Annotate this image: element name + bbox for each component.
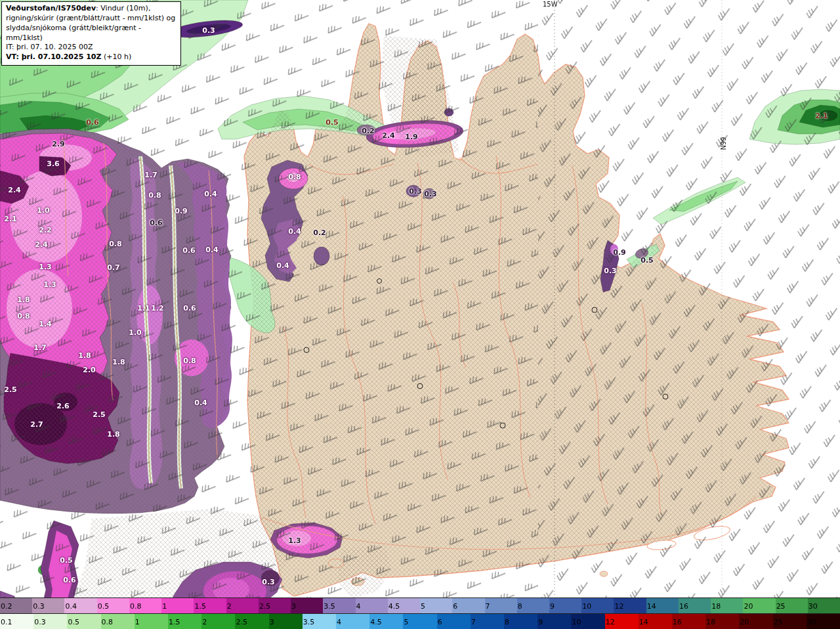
colorbar-tick-label: 1.5 [194,601,206,610]
colorbar-tick-label: 4.5 [370,617,382,626]
product-name: Veðurstofan/IS750dev [6,4,96,12]
colorbar-tick-label: 0.3 [34,617,46,626]
colorbar-tick-label: 3.5 [303,617,315,626]
colorbar-segment: 4 [356,598,388,613]
colorbar-segment: 1.5 [194,598,226,613]
valid-time: VT: þri. 07.10.2025 10Z (+10 h) [6,53,177,62]
colorbar-tick-label: 14 [639,617,648,626]
colorbar-tick-label: 0.2 [1,601,12,610]
colorbar-tick-label: 30 [808,601,818,610]
colorbar-segment: 16 [672,614,705,629]
colorbar-segment: 2 [226,598,259,613]
weather-map-svg [0,0,840,597]
colorbar-segment: 25 [776,598,808,613]
wind-barb-field [0,0,840,597]
colorbar-segment: 20 [739,614,772,629]
colorbar-tick-label: 20 [740,617,749,626]
colorbar-segment: 4 [336,614,369,629]
colorbar-segment: 0.3 [33,614,67,629]
colorbar-segment: 1.5 [168,614,201,629]
colorbar-segment: 20 [743,598,775,613]
colorbar-tick-label: 1 [135,617,140,626]
colorbar-segment: 7 [485,598,517,613]
colorbar-tick-label: 7 [486,601,490,610]
parallel-label: 66N [719,137,726,150]
colorbar-segment: 1 [135,614,168,629]
title-line-1: Veðurstofan/IS750dev: Vindur (10m), [6,4,177,14]
colorbar-segment: 30 [808,598,840,613]
colorbar-tick-label: 9 [538,617,543,626]
colorbar-tick-label: 3.5 [324,601,335,610]
colorbar-tick-label: 4 [337,617,341,626]
colorbar-tick-label: 18 [711,601,721,610]
colorbar-tick-label: 0.8 [130,601,142,610]
colorbar-segment: 8 [504,614,537,629]
colorbar-segment: 6 [437,614,471,629]
colorbar-segment: 12 [614,598,646,613]
colorbar-segment: 0.8 [129,598,161,613]
colorbar-segment: 5 [403,614,436,629]
colorbar-segment: 4.5 [388,598,420,613]
colorbar-tick-label: 12 [606,617,615,626]
colorbar-segment: 0.5 [67,614,100,629]
colorbar-segment: 2 [201,614,235,629]
colorbar-segment: 2.5 [235,614,268,629]
colorbar-segment: 6 [452,598,484,613]
colorbar-tick-label: 0.1 [1,617,12,626]
colorbar-segment: 1 [161,598,194,613]
colorbar-segment: 3 [291,598,323,613]
title-line-3: slydda/snjókoma (grátt/bleikt/grænt - mm… [6,24,177,43]
colorbar-tick-label: 20 [744,601,753,610]
colorbar-tick-label: 3 [291,601,296,610]
colorbar-segment: 12 [605,614,639,629]
colorbar-tick-label: 0.5 [68,617,79,626]
colorbar-segment: 18 [705,614,739,629]
init-time: IT: þri. 07. 10. 2025 00Z [6,43,177,53]
colorbar-segment: 0.3 [32,598,64,613]
colorbar-tick-label: 16 [673,617,682,626]
colorbar-segment: 5 [420,598,452,613]
colorbar-tick-label: 4 [356,601,361,610]
colorbar-tick-label: 0.5 [98,601,110,610]
colorbar-segment: 10 [581,598,614,613]
colorbar-tick-label: 1 [162,601,167,610]
colorbar-tick-label: 2 [202,617,207,626]
colorbar-segment: 7 [471,614,504,629]
map-canvas [0,0,840,597]
colorbar-tick-label: 5 [421,601,425,610]
colorbar-segment: 16 [679,598,711,613]
colorbar-segment: 9 [537,614,571,629]
weather-map-page: { "header": { "product_bold": "Veðurstof… [0,0,840,629]
colorbar-tick-label: 8 [505,617,509,626]
colorbar-segment: 0.8 [101,614,135,629]
colorbar-segment: 8 [517,598,549,613]
colorbar-rain: 0.10.30.50.811.522.533.544.5567891012141… [0,613,840,629]
colorbar-tick-label: 0.8 [102,617,114,626]
colorbar-tick-label: 14 [647,601,656,610]
colorbar-tick-label: 25 [776,601,786,610]
colorbar-segment: 10 [571,614,604,629]
colorbar-segment: 14 [646,598,679,613]
colorbar-tick-label: 30 [807,617,816,626]
colorbar-segment: 14 [639,614,672,629]
colorbar-tick-label: 8 [518,601,522,610]
colorbar-segment: 0.5 [97,598,129,613]
colorbar-tick-label: 4.5 [388,601,400,610]
colorbar-tick-label: 16 [679,601,688,610]
colorbar-tick-label: 18 [706,617,715,626]
colorbar-tick-label: 6 [438,617,442,626]
colorbar-tick-label: 2 [227,601,232,610]
title-box: Veðurstofan/IS750dev: Vindur (10m), rign… [1,1,181,66]
colorbar-tick-label: 10 [582,601,591,610]
colorbar-segment: 0.1 [0,614,33,629]
colorbar-segment: 2.5 [259,598,291,613]
colorbar-tick-label: 3 [270,617,274,626]
colorbar-segment: 4.5 [369,614,403,629]
colorbar-segment: 18 [711,598,743,613]
colorbar-segment: 0.2 [0,598,32,613]
colorbar-tick-label: 0.4 [65,601,77,610]
colorbar-segment: 30 [807,614,840,629]
colorbar-tick-label: 25 [774,617,783,626]
colorbar-tick-label: 7 [471,617,476,626]
colorbar-snow: 0.20.30.40.50.811.522.533.544.5567891012… [0,597,840,613]
